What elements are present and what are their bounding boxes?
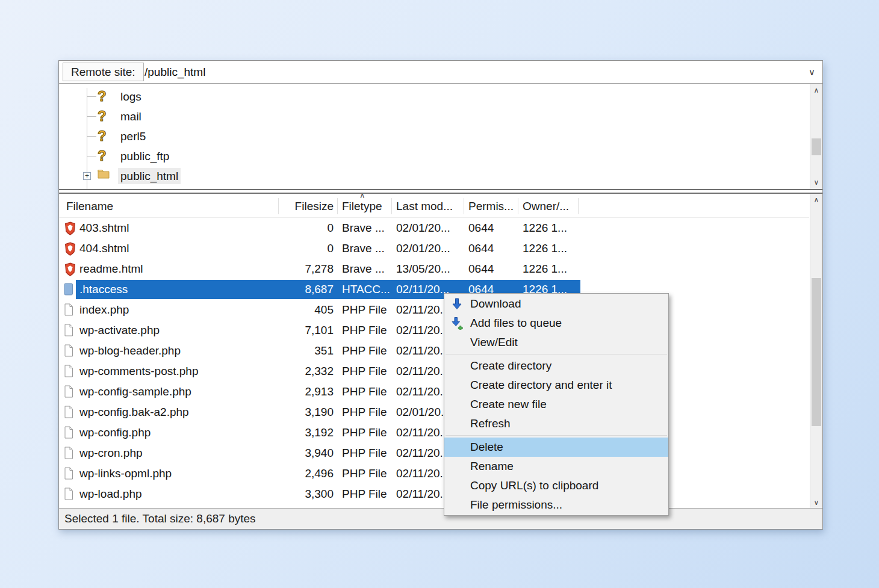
- file-icon: [64, 467, 77, 481]
- file-icon: [64, 406, 77, 420]
- filesize-cell: 3,192: [283, 422, 334, 443]
- filetype-cell: PHP File: [342, 463, 394, 484]
- ftp-client-window: Remote site: /public_html ∨ ?logs?mail?p…: [58, 60, 823, 530]
- filetype-cell: PHP File: [342, 443, 394, 463]
- menu-item-rename[interactable]: Rename: [444, 457, 668, 476]
- tree-item-label: public_ftp: [118, 148, 172, 164]
- file-row-wp-load.php[interactable]: wp-load.php3,300PHP File02/11/20...: [59, 484, 809, 504]
- tree-item-label: perl5: [118, 128, 148, 144]
- menu-item-create-directory[interactable]: Create directory: [444, 356, 668, 376]
- column-header-filesize[interactable]: Filesize: [283, 194, 334, 218]
- tree-connector: [87, 136, 96, 137]
- file-list-rows: 403.shtml0Brave ...02/01/20...06441226 1…: [59, 218, 809, 509]
- menu-item-view-edit[interactable]: View/Edit: [444, 333, 668, 352]
- tree-item-label: logs: [118, 88, 144, 105]
- expand-plus-icon[interactable]: +: [83, 172, 91, 180]
- filename-cell: readme.html: [79, 259, 284, 279]
- menu-item-file-permissions[interactable]: File permissions...: [444, 495, 668, 515]
- scroll-down-icon[interactable]: ∨: [810, 176, 822, 189]
- menu-item-create-new-file[interactable]: Create new file: [444, 395, 668, 414]
- filesize-cell: 3,300: [283, 484, 334, 504]
- selection-status-text: Selected 1 file. Total size: 8,687 bytes: [64, 512, 256, 525]
- file-row-readme.html[interactable]: readme.html7,278Brave ...13/05/20...0644…: [59, 259, 809, 279]
- column-header-permis[interactable]: Permis...: [468, 194, 514, 218]
- remote-site-label: Remote site:: [63, 63, 144, 81]
- file-row-.htaccess[interactable]: .htaccess8,687HTACC...02/11/20...0644122…: [59, 279, 809, 300]
- filetype-cell: PHP File: [342, 422, 394, 443]
- filename-cell: wp-activate.php: [79, 320, 284, 341]
- menu-item-label: Create new file: [470, 398, 547, 410]
- column-separator: [518, 198, 518, 214]
- owner-cell: 1226 1...: [523, 238, 579, 259]
- file-icon: [64, 487, 77, 502]
- file-list-scrollbar-thumb[interactable]: [812, 278, 821, 426]
- menu-item-delete[interactable]: Delete: [444, 438, 668, 457]
- column-header-filetype[interactable]: Filetype: [342, 194, 382, 218]
- tree-item-clipped[interactable]: ?: [83, 186, 804, 190]
- file-row-403.shtml[interactable]: 403.shtml0Brave ...02/01/20...06441226 1…: [59, 218, 809, 238]
- brave-icon: [64, 262, 77, 277]
- tree-item-mail[interactable]: ?mail: [83, 107, 804, 126]
- brave-icon: [64, 242, 77, 256]
- tree-scrollbar-thumb[interactable]: [812, 138, 821, 155]
- filesize-cell: 405: [283, 300, 334, 320]
- menu-item-label: Copy URL(s) to clipboard: [470, 479, 598, 492]
- column-header-owner[interactable]: Owner/...: [523, 194, 569, 218]
- menu-item-create-directory-and-enter-it[interactable]: Create directory and enter it: [444, 376, 668, 395]
- scroll-up-icon[interactable]: ∧: [810, 194, 822, 206]
- filesize-cell: 7,278: [283, 259, 334, 279]
- filesize-cell: 0: [283, 238, 334, 259]
- file-row-wp-comments-post.php[interactable]: wp-comments-post.php2,332PHP File02/11/2…: [59, 361, 809, 382]
- last_modified-cell: 13/05/20...: [396, 259, 466, 279]
- menu-item-download[interactable]: Download: [444, 294, 668, 314]
- remote-file-list-pane: ∧ FilenameFilesizeFiletypeLast mod...Per…: [59, 193, 822, 509]
- column-separator: [578, 198, 579, 214]
- filetype-cell: PHP File: [342, 341, 394, 361]
- permissions-cell: 0644: [468, 218, 517, 238]
- file-row-wp-blog-header.php[interactable]: wp-blog-header.php351PHP File02/11/20...: [59, 341, 809, 361]
- tree-item-logs[interactable]: ?logs: [83, 87, 804, 107]
- file-list-scrollbar[interactable]: ∧ ∨: [810, 194, 822, 509]
- menu-separator: [446, 354, 667, 354]
- filename-cell: wp-cron.php: [79, 443, 284, 463]
- scroll-down-icon[interactable]: ∨: [810, 497, 822, 509]
- filetype-cell: PHP File: [342, 382, 394, 402]
- menu-item-refresh[interactable]: Refresh: [444, 414, 668, 433]
- status-bar: Selected 1 file. Total size: 8,687 bytes: [59, 508, 822, 529]
- file-row-index.php[interactable]: index.php405PHP File02/11/20...: [59, 300, 809, 320]
- file-row-wp-config-sample.php[interactable]: wp-config-sample.php2,913PHP File02/11/2…: [59, 382, 809, 402]
- filename-cell: index.php: [79, 300, 284, 320]
- filename-cell: wp-config.bak-a2.php: [79, 402, 284, 422]
- chevron-down-icon[interactable]: ∨: [809, 62, 815, 82]
- remote-site-combobox[interactable]: /public_html ∨: [138, 62, 821, 82]
- file-row-wp-links-opml.php[interactable]: wp-links-opml.php2,496PHP File02/11/20..…: [59, 463, 809, 484]
- file-row-wp-config.php[interactable]: wp-config.php3,192PHP File02/11/20...: [59, 422, 809, 443]
- file-row-wp-config.bak-a2.php[interactable]: wp-config.bak-a2.php3,190PHP File02/01/2…: [59, 402, 809, 422]
- menu-item-label: Create directory: [470, 359, 551, 372]
- file-icon: [64, 385, 77, 400]
- remote-directory-tree-pane: ?logs?mail?perl5?public_ftp+public_html?: [59, 84, 822, 190]
- add-to-queue-icon: [450, 317, 464, 330]
- filesize-cell: 351: [283, 341, 334, 361]
- column-header-filename[interactable]: Filename: [66, 194, 113, 218]
- tree-item-public_html[interactable]: +public_html: [83, 166, 804, 186]
- owner-cell: 1226 1...: [523, 218, 579, 238]
- filename-cell: wp-links-opml.php: [79, 463, 284, 484]
- scroll-up-icon[interactable]: ∧: [810, 84, 822, 97]
- menu-item-add-files-to-queue[interactable]: Add files to queue: [444, 314, 668, 333]
- file-icon: [64, 365, 77, 379]
- filesize-cell: 3,190: [283, 402, 334, 422]
- filename-cell: 403.shtml: [79, 218, 284, 238]
- filename-cell: wp-blog-header.php: [79, 341, 284, 361]
- tree-item-perl5[interactable]: ?perl5: [83, 126, 804, 146]
- brave-icon: [64, 221, 77, 236]
- column-header-lastmod[interactable]: Last mod...: [396, 194, 453, 218]
- menu-item-label: Create directory and enter it: [470, 379, 612, 391]
- file-row-wp-activate.php[interactable]: wp-activate.php7,101PHP File02/11/20...: [59, 320, 809, 341]
- tree-scrollbar[interactable]: ∧ ∨: [810, 84, 822, 189]
- tree-item-public_ftp[interactable]: ?public_ftp: [83, 146, 804, 166]
- file-row-404.shtml[interactable]: 404.shtml0Brave ...02/01/20...06441226 1…: [59, 238, 809, 259]
- tree-item-label: public_html: [118, 168, 181, 184]
- file-row-wp-cron.php[interactable]: wp-cron.php3,940PHP File02/11/20...: [59, 443, 809, 463]
- menu-item-copy-url-s-to-clipboard[interactable]: Copy URL(s) to clipboard: [444, 476, 668, 495]
